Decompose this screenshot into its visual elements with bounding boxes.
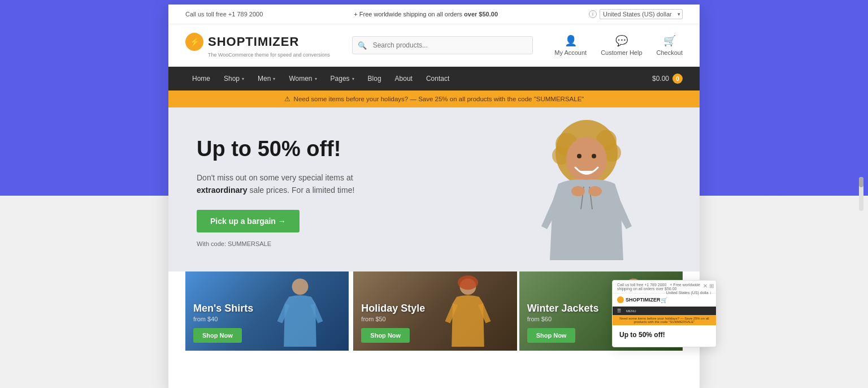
shop-now-mens[interactable]: Shop Now [193, 328, 242, 343]
alert-icon: ⚠ [284, 95, 290, 103]
svg-point-10 [571, 186, 585, 196]
header-actions: 👤 My Account 💬 Customer Help 🛒 Checkout [554, 35, 683, 56]
hero-title: Up to 50% off! [197, 137, 354, 161]
mini-promo: Need some items before your holidays? — … [613, 315, 716, 325]
mini-hero: Up to 50% off! [613, 325, 716, 347]
mini-hamburger-icon: ☰ [617, 308, 621, 313]
mini-hero-title: Up to 50% off! [619, 331, 709, 339]
card-price-mens: from $40 [193, 316, 341, 322]
search-input[interactable] [352, 36, 533, 54]
shop-now-winter[interactable]: Shop Now [527, 328, 576, 343]
card-content-holiday: Holiday Style from $50 Shop Now [361, 303, 509, 343]
mini-cart-icon: 🛒 [661, 297, 667, 303]
top-bar: Call us toll free +1 789 2000 + Free wor… [168, 5, 700, 24]
currency-wrapper[interactable]: United States (US) dollar Euro British P… [600, 9, 683, 19]
nav-women[interactable]: Women ▾ [282, 67, 323, 90]
nav-cart[interactable]: $0.00 0 [652, 74, 683, 84]
hero-content: Up to 50% off! Don't miss out on some ve… [197, 137, 354, 248]
nav-home[interactable]: Home [185, 67, 217, 90]
nav-contact[interactable]: Contact [419, 67, 456, 90]
search-icon: 🔍 [358, 41, 367, 50]
card-content-mens: Men's Shirts from $40 Shop Now [193, 303, 341, 343]
hero-section: Up to 50% off! Don't miss out on some ve… [168, 107, 700, 271]
svg-point-7 [592, 154, 596, 158]
product-card-mens: Men's Shirts from $40 Shop Now [185, 271, 349, 351]
cart-count: 0 [672, 74, 683, 84]
checkout-link[interactable]: 🛒 Checkout [657, 35, 683, 56]
search-bar: 🔍 [352, 36, 533, 54]
shipping-label: + Free worldwide shipping on all orders … [354, 11, 498, 18]
nav-blog[interactable]: Blog [361, 67, 388, 90]
svg-point-14 [458, 275, 478, 290]
nav-about[interactable]: About [388, 67, 419, 90]
person-svg [524, 113, 649, 266]
info-icon: i [589, 10, 597, 18]
mini-nav: ☰ MENU [613, 307, 716, 315]
mini-logo-text: SHOPTIMIZER [626, 297, 661, 303]
promo-text: Need some items before your holidays? — … [294, 96, 584, 102]
checkout-icon: 🛒 [663, 35, 676, 47]
svg-point-11 [588, 186, 602, 196]
help-icon: 💬 [615, 35, 628, 47]
nav-men[interactable]: Men ▾ [251, 67, 282, 90]
hero-description: Don't miss out on some very special item… [197, 171, 354, 197]
resize-handle[interactable]: ✕ ⊞ [703, 283, 714, 289]
logo-text: SHOPTIMIZER [208, 35, 299, 49]
card-price-holiday: from $50 [361, 316, 509, 322]
svg-point-5 [566, 137, 607, 182]
currency-select[interactable]: United States (US) dollar Euro British P… [600, 9, 683, 19]
nav-links: Home Shop ▾ Men ▾ Women ▾ Pages ▾ Blog A… [185, 67, 456, 90]
my-account-link[interactable]: 👤 My Account [554, 35, 587, 56]
side-scrollbar[interactable] [859, 177, 863, 211]
main-nav: Home Shop ▾ Men ▾ Women ▾ Pages ▾ Blog A… [168, 67, 700, 90]
phone-label: Call us toll free +1 789 2000 [185, 11, 263, 18]
currency-area: i United States (US) dollar Euro British… [589, 9, 683, 19]
site-header: ⚡ SHOPTIMIZER The WooCommerce theme for … [168, 24, 700, 67]
card-title-holiday: Holiday Style [361, 303, 509, 314]
svg-point-12 [292, 278, 308, 295]
promo-banner: ⚠ Need some items before your holidays? … [168, 90, 700, 107]
hero-promo-code: With code: SUMMERSALE [197, 240, 354, 247]
logo-icon: ⚡ [185, 33, 203, 51]
hero-image [507, 107, 666, 271]
account-icon: 👤 [565, 35, 577, 47]
nav-pages[interactable]: Pages ▾ [324, 67, 361, 90]
mini-preview-window: ✕ ⊞ Call us toll free +1 789 2000 + Free… [612, 280, 717, 347]
mini-header: SHOPTIMIZER 🛒 [613, 294, 666, 307]
logo-sub: The WooCommerce theme for speed and conv… [185, 52, 330, 58]
mini-topbar: Call us toll free +1 789 2000 + Free wor… [613, 281, 716, 294]
customer-help-link[interactable]: 💬 Customer Help [601, 35, 642, 56]
hero-cta-button[interactable]: Pick up a bargain → [197, 210, 300, 232]
svg-point-6 [577, 154, 581, 158]
mini-logo: SHOPTIMIZER [617, 296, 661, 303]
product-card-holiday: Holiday Style from $50 Shop Now [353, 271, 517, 351]
card-title-mens: Men's Shirts [193, 303, 341, 314]
cart-amount: $0.00 [652, 75, 669, 83]
nav-shop[interactable]: Shop ▾ [217, 67, 251, 90]
logo-area[interactable]: ⚡ SHOPTIMIZER The WooCommerce theme for … [185, 33, 330, 58]
shop-now-holiday[interactable]: Shop Now [361, 328, 410, 343]
mini-logo-icon [617, 296, 624, 303]
